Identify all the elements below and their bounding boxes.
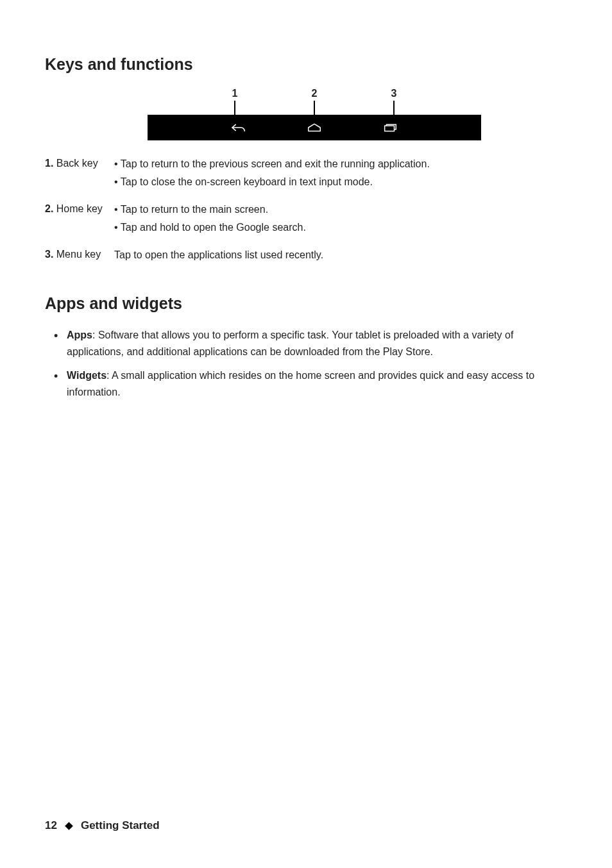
page-number: 12 bbox=[45, 819, 57, 832]
heading-keys-functions: Keys and functions bbox=[45, 55, 567, 74]
key-desc: • Tap to return to the main screen. • Ta… bbox=[114, 201, 306, 237]
android-nav-bar bbox=[148, 115, 481, 140]
callout-line bbox=[234, 101, 235, 115]
key-name: Home key bbox=[53, 203, 102, 214]
callout-label: 1 bbox=[232, 88, 238, 99]
def-widgets: : A small application which resides on t… bbox=[67, 370, 534, 397]
recent-apps-icon bbox=[382, 122, 398, 133]
key-name: Menu key bbox=[53, 249, 101, 260]
key-row-home: 2. Home key • Tap to return to the main … bbox=[45, 201, 567, 237]
callout-numbers: 1 2 3 bbox=[228, 88, 400, 115]
diamond-icon bbox=[65, 822, 73, 830]
key-desc-item: • Tap and hold to open the Google search… bbox=[114, 219, 306, 236]
key-row-back: 1. Back key • Tap to return to the previ… bbox=[45, 156, 567, 191]
back-icon bbox=[230, 122, 247, 133]
callout-label: 3 bbox=[391, 88, 397, 99]
key-desc-item: • Tap to return to the main screen. bbox=[114, 201, 306, 218]
key-num: 3. bbox=[45, 249, 53, 260]
key-num: 1. bbox=[45, 158, 53, 169]
key-label: 1. Back key bbox=[45, 156, 114, 171]
callout-label: 2 bbox=[312, 88, 318, 99]
key-name: Back key bbox=[53, 158, 98, 169]
key-desc: • Tap to return to the previous screen a… bbox=[114, 156, 430, 191]
list-item-widgets: Widgets: A small application which resid… bbox=[67, 367, 567, 400]
key-descriptions: 1. Back key • Tap to return to the previ… bbox=[45, 156, 567, 265]
footer-section: Getting Started bbox=[81, 819, 160, 832]
home-icon bbox=[306, 122, 323, 133]
callout-3: 3 bbox=[387, 88, 400, 115]
key-desc-item: • Tap to close the on-screen keyboard in… bbox=[114, 174, 430, 190]
list-item-apps: Apps: Software that allows you to perfor… bbox=[67, 327, 567, 360]
key-row-menu: 3. Menu key Tap to open the applications… bbox=[45, 247, 567, 265]
key-desc-item: Tap to open the applications list used r… bbox=[114, 247, 323, 263]
key-num: 2. bbox=[45, 203, 53, 214]
key-label: 3. Menu key bbox=[45, 247, 114, 262]
term-widgets: Widgets bbox=[67, 370, 106, 381]
svg-rect-0 bbox=[385, 126, 395, 131]
term-apps: Apps bbox=[67, 330, 92, 340]
def-apps: : Software that allows you to perform a … bbox=[67, 330, 513, 357]
key-desc: Tap to open the applications list used r… bbox=[114, 247, 323, 265]
page-footer: 12 Getting Started bbox=[45, 819, 160, 832]
callout-line bbox=[393, 101, 395, 115]
key-desc-item: • Tap to return to the previous screen a… bbox=[114, 156, 430, 172]
apps-widgets-list: Apps: Software that allows you to perfor… bbox=[45, 327, 567, 400]
heading-apps-widgets: Apps and widgets bbox=[45, 294, 567, 313]
callout-line bbox=[314, 101, 315, 115]
key-label: 2. Home key bbox=[45, 201, 114, 217]
nav-diagram: 1 2 3 bbox=[45, 88, 567, 140]
callout-2: 2 bbox=[308, 88, 321, 115]
callout-1: 1 bbox=[228, 88, 241, 115]
